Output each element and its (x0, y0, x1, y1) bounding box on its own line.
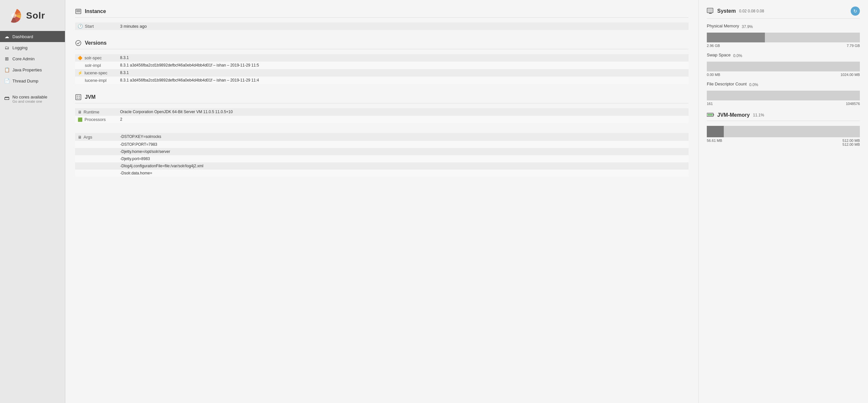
core-admin-icon: ⊞ (4, 56, 10, 62)
file-descriptor-total: 1048576 (846, 102, 860, 106)
file-descriptor-label: File Descriptor Count (707, 81, 747, 87)
file-descriptor-section: File Descriptor Count 0.0% 161 1048576 (707, 81, 860, 106)
sidebar-item-java-properties[interactable]: 📋 Java Properties (0, 64, 65, 75)
left-panel: Instance 🕐 Start 3 minutes ago (65, 0, 698, 403)
file-descriptor-used: 161 (707, 102, 713, 106)
args-row: -DSTOP.PORT=7983 (75, 141, 688, 148)
versions-title: Versions (85, 40, 107, 46)
no-cores-icon: 🗃 (4, 95, 10, 101)
sidebar-label-java-properties: Java Properties (12, 67, 42, 72)
versions-icon (75, 40, 82, 46)
version-row: solr-impl8.3.1 a3d456fba2cd1b9892defbcf4… (75, 62, 688, 69)
jvm-value: Oracle Corporation OpenJDK 64-Bit Server… (118, 108, 688, 116)
no-cores-section: 🗃 No cores available Go and create one (0, 91, 65, 107)
args-value: -Dsolr.data.home= (118, 170, 688, 177)
sidebar-label-core-admin: Core Admin (12, 57, 35, 61)
versions-table: 🔶solr-spec8.3.1solr-impl8.3.1 a3d456fba2… (75, 54, 688, 84)
jvm-memory-title: JVM-Memory (717, 112, 750, 118)
jvm-memory-labels: 56.61 MB 512.00 MB 512.00 MB (707, 139, 860, 146)
version-value: 8.3.1 (118, 69, 688, 77)
args-value: -DSTOP.PORT=7983 (118, 141, 688, 148)
system-title: System (717, 8, 736, 14)
version-row: ⚡lucene-spec8.3.1 (75, 69, 688, 77)
no-cores-create-link[interactable]: Go and create one (12, 99, 47, 103)
jvm-memory-bar (707, 126, 860, 137)
refresh-button[interactable]: ↻ (851, 6, 860, 15)
jvm-row-icon: 🖥 (78, 110, 82, 114)
args-row: -Djetty.port=8983 (75, 155, 688, 162)
sidebar-item-core-admin[interactable]: ⊞ Core Admin (0, 53, 65, 64)
solr-logo-icon (5, 6, 23, 25)
logo: Solr (0, 0, 65, 29)
physical-memory-bar (707, 33, 860, 42)
instance-table: 🕐 Start 3 minutes ago (75, 23, 688, 30)
version-icon: 🔶 (78, 56, 83, 60)
svg-rect-8 (79, 98, 80, 99)
svg-point-3 (76, 40, 81, 46)
version-value: 8.3.1 a3d456fba2cd1b9892defbcf46a0eb4d4b… (118, 77, 688, 84)
args-value-first: -DSTOP.KEY=solrrocks (118, 133, 688, 141)
args-row: -Djetty.home=/opt/solr/server (75, 148, 688, 155)
java-properties-icon: 📋 (4, 67, 10, 73)
jvm-table: 🖥RuntimeOracle Corporation OpenJDK 64-Bi… (75, 108, 688, 123)
main-content: Instance 🕐 Start 3 minutes ago (65, 0, 868, 403)
args-row: -Dsolr.data.home= (75, 170, 688, 177)
file-descriptor-labels: 161 1048576 (707, 102, 860, 106)
svg-rect-4 (76, 95, 81, 100)
version-value: 8.3.1 (118, 54, 688, 62)
jvm-row-icon: 🟩 (78, 117, 83, 122)
jvm-memory-bar-section: 56.61 MB 512.00 MB 512.00 MB (707, 126, 860, 146)
file-descriptor-bar (707, 91, 860, 100)
jvm-title: JVM (85, 94, 96, 100)
sidebar-item-logging[interactable]: 🗂 Logging (0, 42, 65, 53)
instance-icon (75, 8, 82, 15)
sidebar: Solr ☁ Dashboard 🗂 Logging ⊞ Core Admin … (0, 0, 65, 403)
physical-memory-label: Physical Memory (707, 24, 739, 28)
physical-memory-labels: 2.96 GB 7.79 GB (707, 44, 860, 47)
system-icon (707, 7, 714, 15)
jvm-memory-percent: 11.1% (753, 113, 764, 117)
jvm-memory-fill (707, 126, 724, 137)
jvm-section-header: JVM (75, 94, 688, 103)
args-value: -Djetty.port=8983 (118, 155, 688, 162)
sidebar-label-logging: Logging (12, 45, 27, 50)
svg-rect-13 (708, 114, 713, 116)
physical-memory-section: Physical Memory 37.9% 2.96 GB 7.79 GB (707, 24, 860, 47)
jvm-memory-total2: 512.00 MB (842, 142, 860, 146)
app-name: Solr (26, 10, 45, 21)
no-cores-title: No cores available (12, 95, 47, 99)
args-icon: 🖥 (78, 135, 82, 139)
instance-start-row: 🕐 Start 3 minutes ago (75, 23, 688, 30)
swap-space-labels: 0.00 MB 1024.00 MB (707, 73, 860, 77)
jvm-row: 🖥RuntimeOracle Corporation OpenJDK 64-Bi… (75, 108, 688, 116)
sidebar-item-dashboard[interactable]: ☁ Dashboard (0, 31, 65, 42)
swap-space-label: Swap Space (707, 53, 731, 57)
version-value: 8.3.1 a3d456fba2cd1b9892defbcf46a0eb4d4b… (118, 62, 688, 69)
version-row: 🔶solr-spec8.3.1 (75, 54, 688, 62)
svg-rect-14 (713, 114, 714, 115)
start-label: Start (85, 24, 94, 29)
swap-space-section: Swap Space 0.0% 0.00 MB 1024.00 MB (707, 53, 860, 77)
versions-section-header: Versions (75, 40, 688, 49)
args-table-outer: 🖥Args-DSTOP.KEY=solrrocks-DSTOP.PORT=798… (75, 133, 688, 177)
version-icon: ⚡ (78, 71, 83, 75)
sidebar-item-thread-dump[interactable]: 📄 Thread Dump (0, 75, 65, 87)
right-panel: System 0.02 0.08 0.08 ↻ Physical Memory … (698, 0, 868, 403)
dashboard-icon: ☁ (4, 34, 10, 39)
physical-memory-total: 7.79 GB (847, 44, 860, 47)
start-icon: 🕐 (78, 24, 83, 29)
instance-section-header: Instance (75, 8, 688, 18)
physical-memory-used: 2.96 GB (707, 44, 720, 47)
logging-icon: 🗂 (4, 45, 10, 51)
jvm-memory-icon (707, 113, 714, 117)
no-cores-text: No cores available Go and create one (12, 95, 47, 103)
args-row: -Dlog4j.configurationFile=file:/var/solr… (75, 162, 688, 170)
physical-memory-percent: 37.9% (742, 25, 753, 29)
args-row: 🖥Args-DSTOP.KEY=solrrocks (75, 133, 688, 141)
instance-title: Instance (85, 8, 106, 14)
args-value: -Djetty.home=/opt/solr/server (118, 148, 688, 155)
swap-space-bar (707, 62, 860, 71)
svg-rect-5 (77, 96, 78, 97)
thread-dump-icon: 📄 (4, 78, 10, 84)
file-descriptor-percent: 0.0% (749, 82, 758, 87)
